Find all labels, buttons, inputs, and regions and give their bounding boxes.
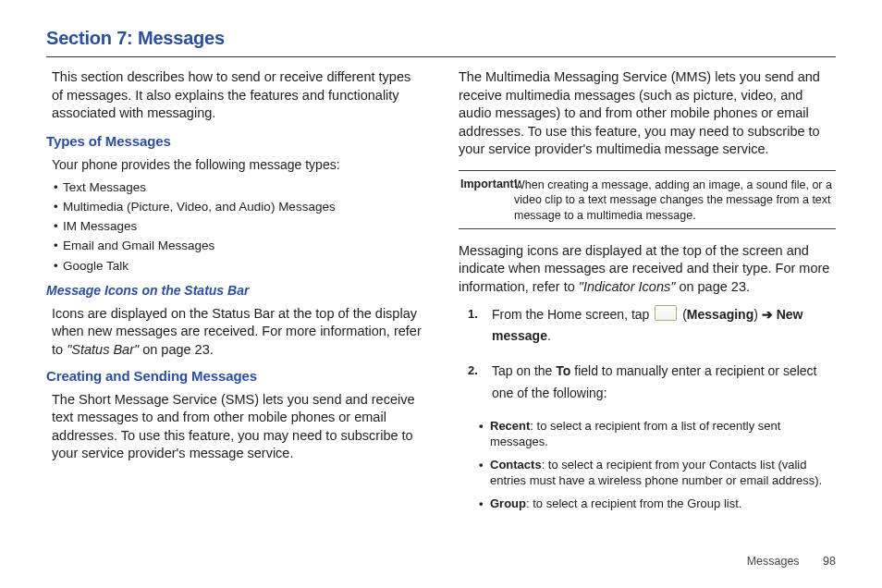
option-text: : to select a recipient from the Group l… <box>526 496 741 510</box>
steps-list: From the Home screen, tap (Messaging) ➔ … <box>459 304 836 405</box>
list-item: Email and Gmail Messages <box>54 238 423 254</box>
text: Tap on the <box>492 363 556 378</box>
sms-paragraph: The Short Message Service (SMS) lets you… <box>46 391 423 463</box>
mms-paragraph: The Multimedia Messaging Service (MMS) l… <box>459 68 836 159</box>
text: . <box>547 328 551 343</box>
list-item: Google Talk <box>54 258 423 275</box>
messaging-icon <box>655 305 677 321</box>
step-1: From the Home screen, tap (Messaging) ➔ … <box>479 304 836 349</box>
heading-creating-sending: Creating and Sending Messages <box>46 367 423 386</box>
intro-paragraph: This section describes how to send or re… <box>46 68 423 123</box>
option-label: Recent <box>490 419 530 433</box>
option-label: Contacts <box>490 458 542 472</box>
to-field-label: To <box>556 363 570 378</box>
messaging-label: Messaging <box>687 307 753 322</box>
step-2: Tap on the To field to manually enter a … <box>479 361 836 405</box>
text: on page 23. <box>679 279 750 294</box>
page-footer: Messages 98 <box>747 554 836 570</box>
important-label: Important!: <box>460 178 521 190</box>
option-group: Group: to select a recipient from the Gr… <box>479 496 836 512</box>
important-text: When creating a message, adding an image… <box>460 178 834 223</box>
option-contacts: Contacts: to select a recipient from you… <box>479 457 836 489</box>
two-column-layout: This section describes how to send or re… <box>46 68 836 518</box>
messaging-icons-paragraph: Messaging icons are displayed at the top… <box>459 242 836 297</box>
manual-page: Section 7: Messages This section describ… <box>0 0 882 588</box>
list-item: IM Messages <box>54 218 423 235</box>
xref-status-bar: "Status Bar" <box>67 342 142 357</box>
option-label: Group <box>490 496 526 510</box>
text: on page 23. <box>142 342 214 357</box>
message-types-list: Text Messages Multimedia (Picture, Video… <box>46 179 423 275</box>
option-text: : to select a recipient from a list of r… <box>490 419 780 449</box>
footer-section-label: Messages <box>747 555 800 568</box>
section-title: Section 7: Messages <box>46 26 836 51</box>
types-lead: Your phone provides the following messag… <box>46 156 423 174</box>
recipient-options: Recent: to select a recipient from a lis… <box>459 418 836 512</box>
heading-types-of-messages: Types of Messages <box>46 132 423 151</box>
right-column: The Multimedia Messaging Service (MMS) l… <box>459 68 836 518</box>
title-rule <box>46 56 836 57</box>
text: ) <box>753 307 762 322</box>
option-recent: Recent: to select a recipient from a lis… <box>479 418 836 450</box>
arrow-icon: ➔ <box>762 307 773 322</box>
list-item: Multimedia (Picture, Video, and Audio) M… <box>54 199 423 215</box>
status-bar-paragraph: Icons are displayed on the Status Bar at… <box>46 305 423 360</box>
text: From the Home screen, tap <box>492 307 653 322</box>
list-item: Text Messages <box>54 179 423 196</box>
left-column: This section describes how to send or re… <box>46 68 423 518</box>
xref-indicator-icons: "Indicator Icons" <box>579 279 680 294</box>
heading-status-bar-icons: Message Icons on the Status Bar <box>46 282 423 300</box>
page-number: 98 <box>823 555 836 568</box>
important-note: Important!: When creating a message, add… <box>459 170 836 229</box>
